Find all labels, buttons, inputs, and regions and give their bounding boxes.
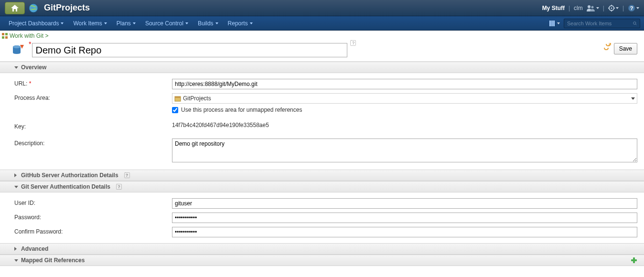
process-area-dropdown[interactable]: GitProjects — [172, 93, 637, 104]
git-auth-form: User ID: Password: Confirm Password: — [0, 192, 644, 243]
apps-icon[interactable] — [2, 33, 8, 39]
section-header-github-auth[interactable]: GitHub Server Authorization Details ? — [0, 170, 644, 181]
users-icon — [587, 5, 595, 11]
row-password: Password: — [14, 211, 637, 225]
key-value: 14f7b4c420fd467d94e190fe33558ae5 — [172, 122, 637, 128]
user-id-input[interactable] — [172, 198, 637, 209]
svg-text:?: ? — [630, 5, 633, 11]
help-icon: ? — [628, 4, 635, 12]
label-user-id: User ID: — [14, 198, 172, 206]
menu-source-control[interactable]: Source Control — [140, 16, 193, 30]
confirm-password-input[interactable] — [172, 227, 637, 237]
home-icon — [11, 5, 19, 11]
menu-reports[interactable]: Reports — [223, 16, 258, 30]
menu-plans[interactable]: Plans — [112, 16, 140, 30]
title-row: * ? Save — [0, 41, 644, 62]
label-description: Description: — [14, 138, 172, 147]
search-icon — [633, 21, 637, 26]
save-button[interactable]: Save — [614, 43, 637, 54]
url-input[interactable] — [172, 79, 637, 89]
svg-rect-16 — [5, 36, 8, 39]
chevron-down-icon — [631, 97, 635, 100]
my-stuff-link[interactable]: My Stuff — [542, 5, 565, 11]
breadcrumb[interactable]: Work with Git > — [10, 32, 48, 39]
app-title: GitProjects — [44, 3, 90, 13]
svg-point-18 — [13, 45, 21, 48]
top-banner: GitProjects My Stuff | clm | | ? — [0, 0, 644, 16]
section-header-advanced[interactable]: Advanced — [0, 243, 644, 255]
separator: | — [603, 5, 604, 11]
label-confirm-password: Confirm Password: — [14, 227, 172, 235]
help-icon[interactable]: ? — [116, 184, 122, 190]
svg-rect-13 — [2, 33, 4, 35]
svg-rect-14 — [5, 33, 8, 35]
menu-builds[interactable]: Builds — [193, 16, 223, 30]
user-menu[interactable] — [587, 5, 599, 11]
search-box[interactable] — [564, 19, 640, 28]
description-input[interactable] — [172, 138, 637, 162]
globe-icon — [29, 3, 38, 13]
row-process-area: Process Area: GitProjects Use this proce… — [14, 91, 637, 115]
label-key: Key: — [14, 122, 172, 130]
required-indicator: * — [29, 40, 31, 48]
list-icon — [549, 21, 556, 26]
settings-menu[interactable] — [608, 5, 619, 11]
separator: | — [623, 5, 624, 11]
row-key: Key: 14f7b4c420fd467d94e190fe33558ae5 — [14, 120, 637, 132]
password-input[interactable] — [172, 213, 637, 223]
repo-name-input[interactable] — [32, 43, 347, 57]
repo-icon — [11, 43, 25, 56]
breadcrumb-row: Work with Git > — [0, 31, 644, 41]
gear-icon — [608, 5, 615, 11]
menu-project-dashboards[interactable]: Project Dashboards — [4, 16, 68, 30]
help-icon[interactable]: ? — [350, 40, 356, 46]
help-menu[interactable]: ? — [628, 4, 639, 12]
svg-point-1 — [588, 5, 590, 8]
unmapped-checkbox[interactable] — [172, 107, 178, 113]
search-input[interactable] — [567, 21, 633, 26]
svg-rect-20 — [175, 96, 181, 98]
row-description: Description: — [14, 137, 637, 166]
row-url: URL: * — [14, 77, 637, 91]
svg-point-4 — [611, 7, 612, 9]
view-picker[interactable] — [549, 21, 560, 26]
label-password: Password: — [14, 213, 172, 221]
menubar-right — [549, 19, 640, 28]
project-icon — [174, 95, 181, 102]
checkbox-row-unmapped: Use this process area for unmapped refer… — [172, 107, 637, 113]
help-icon[interactable]: ? — [124, 172, 130, 178]
label-process-area: Process Area: — [14, 93, 172, 101]
svg-line-12 — [635, 24, 636, 25]
menu-bar: Project Dashboards Work Items Plans Sour… — [0, 16, 644, 31]
section-header-git-auth[interactable]: Git Server Authentication Details ? — [0, 181, 644, 192]
svg-rect-15 — [2, 36, 4, 39]
plus-icon[interactable] — [631, 257, 637, 264]
svg-rect-22 — [631, 259, 637, 261]
label-url: URL: * — [14, 79, 172, 87]
banner-right: My Stuff | clm | | ? — [542, 4, 639, 12]
home-button[interactable] — [5, 2, 25, 14]
svg-point-11 — [633, 21, 636, 24]
section-header-mapped-refs[interactable]: Mapped Git References — [0, 255, 644, 266]
section-header-overview[interactable]: Overview — [0, 62, 644, 73]
row-user-id: User ID: — [14, 196, 637, 211]
menu-work-items[interactable]: Work Items — [68, 16, 111, 30]
link-outgoing-icon[interactable] — [603, 43, 611, 51]
separator: | — [569, 5, 570, 11]
row-confirm-password: Confirm Password: — [14, 225, 637, 239]
banner-left: GitProjects — [5, 2, 90, 14]
overview-form: URL: * Process Area: GitProjects Use thi… — [0, 73, 644, 170]
user-label: clm — [574, 5, 583, 11]
svg-point-2 — [591, 6, 593, 8]
svg-point-0 — [29, 4, 38, 12]
page-content: Work with Git > * ? Save Overview URL: *… — [0, 31, 644, 266]
